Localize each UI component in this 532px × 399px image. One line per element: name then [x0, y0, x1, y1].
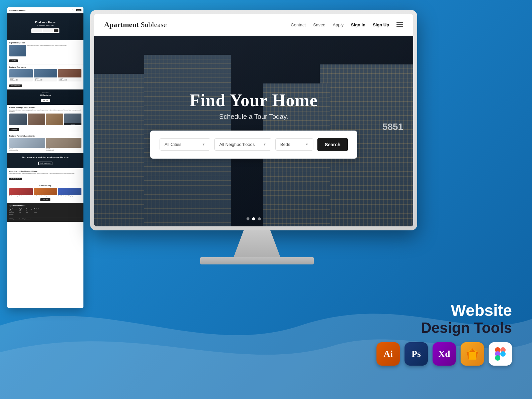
adobe-photoshop-icon: Ps [405, 342, 428, 366]
sm-specials-text: Lorem ipsum dolor sit amet consectetur a… [27, 45, 67, 56]
sm-specials-img [9, 45, 26, 56]
sm-footer-col-co-title: Company [26, 208, 32, 210]
neighborhoods-select[interactable]: All Neighborhoods ▼ [214, 138, 271, 151]
nav-apply[interactable]: Apply [333, 22, 344, 27]
sm-apt-card-3-price: 123 Mason #103 [59, 79, 80, 81]
sm-nav-item: Sign in [72, 9, 75, 11]
sketch-icon [461, 342, 484, 366]
sm-classic-imgs: Discover more [9, 114, 81, 125]
nav-signin[interactable]: Sign in [351, 22, 365, 27]
sm-apt-card-1-img [9, 69, 33, 77]
monitor-screen: Apartment Sublease Contact Saved Apply S… [94, 14, 413, 226]
carousel-dots [247, 217, 261, 220]
sketch-logo-svg [466, 348, 479, 360]
sm-brand: Apartment Sublease [9, 9, 25, 11]
sm-broderick-section: Now Available 100 Broderick Learn More [7, 89, 83, 105]
small-website-mockup: Apartment Sublease Sign in Sign Up Find … [7, 7, 83, 308]
sm-classic-img-4: Discover more [64, 114, 81, 125]
monitor-bezel: Apartment Sublease Contact Saved Apply S… [90, 10, 417, 230]
sm-search-btn [54, 29, 58, 32]
ps-label: Ps [412, 349, 421, 359]
nav-signup[interactable]: Sign Up [373, 22, 389, 27]
search-button[interactable]: Search [317, 138, 348, 151]
beds-select[interactable]: Beds ▼ [275, 138, 313, 151]
sm-classic: Classic Buildings with Character Lorem i… [7, 105, 83, 133]
sm-blog-card-2: Lots of amenities to furnish apartment [34, 188, 57, 197]
sm-nav-signup: Sign Up [76, 9, 81, 11]
sm-apt-card-2: Location 123 Mason #902 [34, 69, 57, 81]
sm-blog-img-1 [9, 188, 33, 195]
cities-select[interactable]: All Cities ▼ [160, 138, 210, 151]
nav-saved[interactable]: Saved [313, 22, 325, 27]
sm-footer-brand: Apartment Sublease [9, 205, 81, 207]
sm-committed-text: Lorem ipsum dolor sit amet consectetur a… [9, 173, 81, 175]
sm-blog-row: Fresh interior design ideas to choose fr… [9, 188, 81, 197]
nav-contact[interactable]: Contact [291, 22, 306, 27]
sm-hero-subtitle: Schedule a Tour Today. [37, 24, 54, 26]
sm-apt-card-1-price: 123 Mason #100 [10, 79, 32, 81]
svg-rect-9 [500, 351, 506, 357]
sm-featured: Featured Apartments Location 123 Mason #… [7, 64, 83, 89]
sm-blog-title: From Our Blog [9, 185, 81, 187]
sm-nbh-btn: See All Neighborhoods [38, 162, 53, 165]
sm-broderick-label: Now Available [9, 92, 81, 93]
sm-apt-card-2-price: 123 Mason #902 [35, 79, 56, 81]
svg-marker-4 [469, 352, 476, 360]
svg-marker-3 [476, 352, 478, 360]
sm-apt-card-1-body: Location 123 Mason #100 [9, 77, 33, 81]
sm-footer: Apartment Sublease Apartments All Apts F… [7, 203, 83, 222]
sm-neighborhood-section: Find a neighborhood that matches your li… [7, 153, 83, 168]
beds-label: Beds [280, 142, 290, 147]
sm-footer-col-apartments: Apartments All Apts Furnished Buildings [9, 208, 17, 215]
sm-classic-img-3 [46, 114, 63, 125]
sm-card-row: Location 123 Mason #100 Location 123 Mas… [9, 69, 81, 81]
sm-navbar: Apartment Sublease Sign in Sign Up [7, 7, 83, 13]
sm-committed-btn: View Neighborhoods [9, 178, 22, 180]
sm-nbh-title: Find a neighborhood that matches your li… [9, 156, 81, 159]
sm-blog-img-2 [34, 188, 57, 195]
sm-footer-cols: Apartments All Apts Furnished Buildings … [9, 208, 81, 215]
sm-apt-card-3-body: Location 123 Mason #103 [58, 77, 81, 81]
sm-apt-card-2-img [34, 69, 57, 77]
sm-footer-col-exp-title: Explore [19, 208, 24, 210]
sm-footer-col-apt-title: Apartments [9, 208, 17, 210]
sm-footer-bottom: © 2020 Apartment Sublease. All rights re… [9, 217, 81, 220]
monitor-stand [224, 230, 290, 257]
neighborhoods-chevron: ▼ [263, 143, 266, 146]
monitor-container: Apartment Sublease Contact Saved Apply S… [90, 10, 424, 284]
sm-furnished: Featured Furnished Apartments Suite 4A48… [7, 133, 83, 153]
tools-title-design-tools: Design Tools [376, 320, 512, 336]
sm-search-input-city [32, 29, 42, 32]
sm-furnished-img-2 [46, 138, 82, 148]
hamburger-menu[interactable] [396, 22, 403, 27]
carousel-dot-2[interactable] [252, 217, 255, 220]
sm-classic-title: Classic Buildings with Character [9, 107, 81, 109]
sm-committed: Committed to Neighborhood Living Lorem i… [7, 168, 83, 183]
carousel-dot-1[interactable] [247, 217, 250, 220]
sm-classic-img-2 [28, 114, 45, 125]
sm-furnished-card-2: Suite 3B4814 Lambert #3B [46, 138, 82, 151]
sm-footer-col-ct-title: Contact [34, 208, 39, 210]
tool-icons-row: Ai Ps Xd [376, 342, 512, 366]
sm-apt-card-1: Location 123 Mason #100 [9, 69, 33, 81]
sm-classic-btn: Find Buildings [9, 128, 19, 131]
tools-section: Website Design Tools Ai Ps Xd [376, 301, 512, 366]
adobe-illustrator-icon: Ai [376, 342, 400, 366]
sm-search-row [31, 28, 59, 33]
sm-hero: Find Your Home Schedule a Tour Today. [7, 13, 83, 40]
sm-committed-title: Committed to Neighborhood Living [9, 170, 81, 172]
sm-blog: From Our Blog Fresh interior design idea… [7, 183, 83, 203]
sm-furnished-info-1: Suite 4A4814 Lambert #5A [9, 148, 45, 151]
sm-view-all-apts: View All Apartments [9, 84, 22, 87]
sm-blog-text-2: Lots of amenities to furnish apartment [34, 196, 57, 197]
website: Apartment Sublease Contact Saved Apply S… [94, 14, 413, 226]
carousel-dot-3[interactable] [258, 217, 261, 220]
sm-footer-col-explore: Explore SF Map Blog [19, 208, 24, 215]
figma-icon [489, 342, 512, 366]
brand-light: Sublease [139, 20, 167, 29]
sm-blog-text-1: Fresh interior design ideas to choose fr… [9, 196, 33, 197]
sm-furnished-row: Suite 4A4814 Lambert #5A Suite 3B4814 La… [9, 138, 81, 151]
sm-furnished-title: Featured Furnished Apartments [9, 135, 81, 137]
ai-label: Ai [383, 349, 393, 359]
hero-title: Find Your Home [190, 90, 318, 110]
